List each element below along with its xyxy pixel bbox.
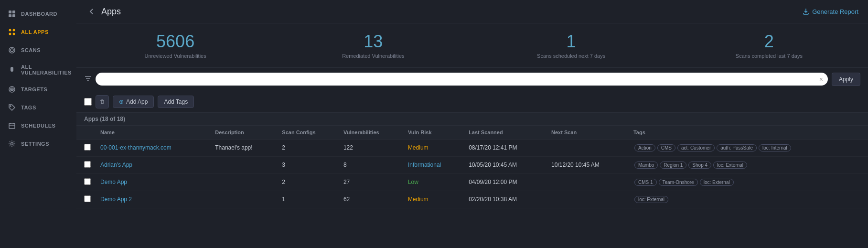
header: Apps Generate Report	[76, 0, 868, 23]
app-link[interactable]: Demo App	[100, 179, 127, 185]
stat-number: 2	[764, 32, 774, 51]
apply-button[interactable]: Apply	[832, 73, 860, 86]
search-input[interactable]	[96, 73, 828, 86]
tag-badge: act: Customer	[677, 144, 715, 151]
row-last-scanned: 08/17/20 12:41 PM	[464, 139, 547, 156]
tag-badge: loc: External	[634, 196, 668, 203]
row-vuln-risk: Low	[403, 173, 464, 191]
sidebar-item-tags[interactable]: Tags	[0, 98, 76, 117]
row-checkbox-cell	[76, 173, 96, 191]
sidebar-item-label: Settings	[21, 141, 49, 147]
row-checkbox-cell	[76, 139, 96, 156]
stat-label: Scans completed last 7 days	[736, 53, 803, 59]
row-next-scan	[547, 173, 629, 191]
row-tags: MamboRegion 1Shop 4loc: External	[629, 156, 868, 173]
svg-point-5	[13, 29, 15, 32]
svg-point-13	[10, 106, 11, 107]
stat-scans-completed: 2 Scans completed last 7 days	[670, 23, 868, 67]
add-tags-button[interactable]: Add Tags	[158, 96, 194, 108]
svg-point-7	[13, 33, 15, 35]
row-vulnerabilities: 27	[339, 173, 403, 191]
stat-number: 1	[567, 32, 576, 51]
col-vuln-risk: Vuln Risk	[403, 126, 464, 140]
row-vuln-risk: Informational	[403, 156, 464, 173]
table-row: Demo App 2 27 Low 04/09/20 12:00 PM CMS …	[76, 173, 868, 191]
delete-button[interactable]	[96, 95, 109, 108]
grid-icon	[8, 10, 16, 18]
tag-badge: loc: Internal	[759, 144, 791, 151]
svg-point-12	[11, 89, 12, 90]
tag-badge: Region 1	[660, 162, 686, 169]
app-link[interactable]: Adrian's App	[100, 162, 132, 168]
tag-badge: Shop 4	[688, 162, 711, 169]
svg-point-15	[11, 143, 13, 145]
schedule-icon	[8, 121, 16, 130]
row-checkbox[interactable]	[84, 195, 91, 202]
row-description	[210, 156, 277, 173]
row-scan-configs: 1	[277, 191, 339, 208]
sidebar-item-targets[interactable]: Targets	[0, 80, 76, 98]
target-icon	[8, 85, 16, 94]
table-row: 00-001-ex-thannymack.com Thanael's app! …	[76, 139, 868, 156]
sidebar-item-scans[interactable]: Scans	[0, 41, 76, 59]
col-name: Name	[96, 126, 210, 140]
row-name: Demo App	[96, 173, 210, 191]
sidebar-item-label: All Vulnerabilities	[21, 64, 72, 75]
stat-label: Scans scheduled next 7 days	[537, 53, 605, 59]
col-scan-configs: Scan Configs	[277, 126, 339, 140]
apps-count: Apps (18 of 18)	[84, 116, 125, 122]
scan-icon	[8, 46, 16, 54]
svg-point-6	[9, 33, 11, 35]
bug-icon	[8, 65, 16, 74]
stat-scans-scheduled: 1 Scans scheduled next 7 days	[472, 23, 670, 67]
row-name: 00-001-ex-thannymack.com	[96, 139, 210, 156]
app-link[interactable]: 00-001-ex-thannymack.com	[100, 144, 171, 151]
filter-icon[interactable]	[84, 75, 92, 84]
col-checkbox	[76, 126, 96, 140]
add-app-label: Add App	[126, 98, 148, 105]
select-all-checkbox[interactable]	[84, 98, 92, 106]
sidebar-item-settings[interactable]: Settings	[0, 135, 76, 153]
sidebar-item-all-apps[interactable]: All Apps	[0, 23, 76, 41]
row-checkbox[interactable]	[84, 178, 91, 185]
app-link[interactable]: Demo App 2	[100, 196, 132, 203]
sidebar-item-dashboard[interactable]: Dashboard	[0, 5, 76, 23]
svg-point-9	[11, 49, 13, 52]
row-description	[210, 191, 277, 208]
row-vulnerabilities: 8	[339, 156, 403, 173]
svg-point-4	[9, 29, 11, 32]
stat-number: 5606	[156, 32, 194, 51]
row-scan-configs: 3	[277, 156, 339, 173]
tag-badge: CMS	[657, 144, 675, 151]
sidebar-item-all-vulnerabilities[interactable]: All Vulnerabilities	[0, 59, 76, 80]
row-scan-configs: 2	[277, 173, 339, 191]
table-row: Adrian's App 3 8 Informational 10/05/20 …	[76, 156, 868, 173]
row-tags: ActionCMSact: Customerauth: PassSafeloc:…	[629, 139, 868, 156]
tag-badge: Action	[634, 144, 655, 151]
stat-label: Unreviewed Vulnerabilities	[145, 53, 206, 59]
stats-row: 5606 Unreviewed Vulnerabilities 13 Remed…	[76, 23, 868, 68]
col-description: Description	[210, 126, 277, 140]
add-tags-label: Add Tags	[164, 98, 188, 105]
toolbar: ⊕ Add App Add Tags	[76, 91, 868, 113]
header-left: Apps	[86, 6, 121, 17]
sidebar-item-schedules[interactable]: Schedules	[0, 117, 76, 135]
back-button[interactable]	[86, 6, 97, 17]
row-checkbox[interactable]	[84, 144, 91, 151]
row-vuln-risk: Medium	[403, 191, 464, 208]
row-next-scan: 10/12/20 10:45 AM	[547, 156, 629, 173]
search-clear-button[interactable]: ×	[819, 75, 823, 83]
generate-report-label: Generate Report	[812, 8, 858, 15]
filter-bar: × Apply	[76, 68, 868, 91]
generate-report-button[interactable]: Generate Report	[803, 8, 858, 15]
tag-icon	[8, 103, 16, 112]
row-checkbox[interactable]	[84, 161, 91, 168]
tag-badge: CMS 1	[634, 179, 657, 186]
add-app-button[interactable]: ⊕ Add App	[113, 96, 154, 108]
stat-unreviewed-vulnerabilities: 5606 Unreviewed Vulnerabilities	[76, 23, 274, 67]
gear-icon	[8, 140, 16, 148]
col-next-scan: Next Scan	[547, 126, 629, 140]
stat-remediated-vulnerabilities: 13 Remediated Vulnerabilities	[274, 23, 472, 67]
tag-badge: loc: External	[700, 179, 734, 186]
svg-rect-0	[9, 11, 11, 13]
